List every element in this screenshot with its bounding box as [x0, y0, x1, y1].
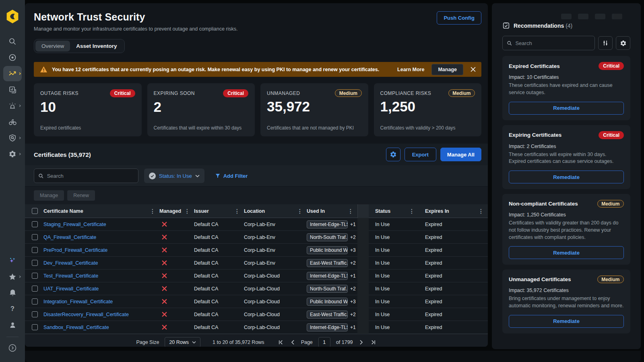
- certificates-search[interactable]: [34, 169, 138, 183]
- used-in-more-count[interactable]: +2: [350, 312, 356, 317]
- row-checkbox[interactable]: [32, 311, 38, 317]
- status-cell: In Use: [369, 244, 419, 257]
- column-menu-icon[interactable]: [477, 208, 488, 214]
- previous-page-icon[interactable]: [290, 340, 295, 345]
- table-settings-gear-icon[interactable]: [386, 148, 400, 161]
- used-in-more-count[interactable]: +1: [350, 273, 356, 279]
- row-checkbox[interactable]: [32, 298, 38, 304]
- tab-overview[interactable]: Overview: [35, 41, 70, 51]
- remediate-button[interactable]: Remediate: [509, 102, 624, 115]
- location-cell: Corp-Lab-Env: [244, 218, 307, 231]
- recommendation-card: Expiring Certificates Critical Impact: 2…: [502, 125, 630, 189]
- certificate-name-link[interactable]: Dev_Firewall_Certificate: [43, 260, 98, 266]
- help-icon[interactable]: ?: [3, 301, 22, 317]
- page-number-input[interactable]: [318, 337, 330, 347]
- banner-manage-button[interactable]: Manage: [431, 64, 463, 75]
- row-checkbox[interactable]: [32, 247, 38, 253]
- used-in-chip[interactable]: Public Inbound W...: [307, 298, 348, 306]
- used-in-chip[interactable]: Internet-Edge-TLS: [307, 220, 348, 228]
- investigate-binoculars-icon[interactable]: [3, 114, 22, 130]
- used-in-chip[interactable]: North-South Traf...: [307, 233, 348, 241]
- dashboard-icon[interactable]: [3, 82, 22, 97]
- status-cell: In Use: [369, 257, 419, 269]
- used-in-chip[interactable]: East-West Traffic...: [307, 311, 348, 319]
- column-menu-icon[interactable]: [148, 208, 159, 214]
- certificates-title: Certificates (35,972): [34, 151, 91, 158]
- favorites-star-icon[interactable]: [3, 269, 22, 284]
- column-menu-icon[interactable]: [183, 208, 194, 214]
- live-discover-icon[interactable]: [3, 50, 22, 65]
- brand-logo[interactable]: [3, 9, 22, 24]
- used-in-more-count[interactable]: +1: [350, 222, 356, 227]
- notifications-bell-icon[interactable]: [3, 285, 22, 300]
- used-in-chip[interactable]: Public Inbound W...: [307, 246, 348, 254]
- expand-sidebar-icon[interactable]: [3, 340, 22, 356]
- row-checkbox[interactable]: [32, 221, 38, 227]
- ai-sparkles-icon[interactable]: [3, 253, 22, 268]
- certificate-name-link[interactable]: QA_Firewall_Certificate: [43, 234, 96, 240]
- used-in-chip[interactable]: Internet-Edge-TLS: [307, 272, 348, 280]
- used-in-chip[interactable]: North-South Traf...: [307, 285, 348, 293]
- used-in-more-count[interactable]: +3: [350, 247, 356, 253]
- used-in-more-count[interactable]: +1: [350, 325, 356, 330]
- severity-badge: Critical: [599, 62, 624, 70]
- row-checkbox[interactable]: [32, 273, 38, 279]
- next-page-icon[interactable]: [359, 340, 364, 345]
- certificate-name-link[interactable]: DisasterRecovery_Firewall_Certificate: [43, 312, 129, 317]
- certificate-name-link[interactable]: Test_Firewall_Certificate: [43, 273, 98, 279]
- search-icon[interactable]: [3, 34, 22, 49]
- status-filter-chip[interactable]: Status: In Use: [144, 169, 204, 183]
- certificate-name-link[interactable]: Integration_Firewall_Certificate: [43, 299, 113, 304]
- remediate-button[interactable]: Remediate: [509, 246, 624, 259]
- used-in-more-count[interactable]: +2: [350, 286, 356, 292]
- filter-bar: Status: In Use Add Filter: [25, 165, 488, 187]
- alerts-siren-icon[interactable]: [3, 98, 22, 113]
- remediate-button[interactable]: Remediate: [509, 171, 624, 183]
- expires-cell: Expired: [419, 218, 488, 231]
- recommendations-settings-gear-icon[interactable]: [616, 36, 630, 50]
- sidebar-item-network-trust[interactable]: [3, 66, 22, 81]
- page-size-dropdown[interactable]: 20 Rows: [165, 337, 200, 347]
- column-menu-icon[interactable]: [295, 208, 307, 214]
- not-managed-x-icon: [162, 234, 167, 240]
- used-in-chip[interactable]: Internet-Edge-TLS: [307, 323, 348, 331]
- row-checkbox[interactable]: [32, 324, 38, 330]
- add-filter-button[interactable]: Add Filter: [215, 173, 248, 179]
- certificates-search-input[interactable]: [47, 173, 134, 179]
- column-menu-icon[interactable]: [233, 208, 244, 214]
- used-in-chip[interactable]: East-West Traffic...: [307, 259, 348, 267]
- push-config-button[interactable]: Push Config: [437, 11, 481, 25]
- column-menu-icon[interactable]: [407, 208, 419, 214]
- certificate-name-link[interactable]: UAT_Firewall_Certificate: [43, 286, 99, 292]
- used-in-more-count[interactable]: +2: [350, 260, 356, 266]
- tab-asset-inventory[interactable]: Asset Inventory: [70, 41, 123, 51]
- learn-more-link[interactable]: Learn More: [397, 67, 424, 72]
- last-page-icon[interactable]: [370, 340, 377, 345]
- manage-all-button[interactable]: Manage All: [440, 148, 481, 161]
- export-button[interactable]: Export: [405, 148, 436, 161]
- row-checkbox[interactable]: [32, 260, 38, 266]
- bulk-renew-button[interactable]: Renew: [67, 190, 95, 201]
- user-icon[interactable]: [3, 317, 22, 333]
- certificate-name-link[interactable]: Staging_Firewall_Certificate: [43, 222, 106, 227]
- certificate-name-link[interactable]: PreProd_Firewall_Certificate: [43, 247, 107, 253]
- bulk-manage-button[interactable]: Manage: [34, 190, 64, 201]
- filter-sliders-icon[interactable]: [598, 36, 613, 50]
- recommendations-search-input[interactable]: [515, 40, 590, 46]
- certificate-name-link[interactable]: Sandbox_Firewall_Certificate: [43, 325, 109, 330]
- row-checkbox[interactable]: [32, 234, 38, 240]
- policy-search-shield-icon[interactable]: [3, 130, 22, 146]
- row-checkbox[interactable]: [32, 286, 38, 292]
- recommendations-search[interactable]: [502, 36, 595, 50]
- settings-gear-icon[interactable]: [3, 146, 22, 162]
- not-managed-x-icon: [162, 299, 167, 304]
- select-all-checkbox[interactable]: [32, 208, 38, 214]
- used-in-more-count[interactable]: +2: [350, 234, 356, 240]
- location-cell: Corp-Lab-Cloud: [244, 282, 307, 295]
- used-in-more-count[interactable]: +3: [350, 299, 356, 304]
- recommendation-impact: Impact: 35,972 Certificates: [509, 288, 624, 293]
- remediate-button[interactable]: Remediate: [509, 315, 624, 328]
- close-icon[interactable]: [471, 67, 476, 72]
- column-menu-icon[interactable]: [346, 208, 357, 214]
- first-page-icon[interactable]: [277, 340, 284, 345]
